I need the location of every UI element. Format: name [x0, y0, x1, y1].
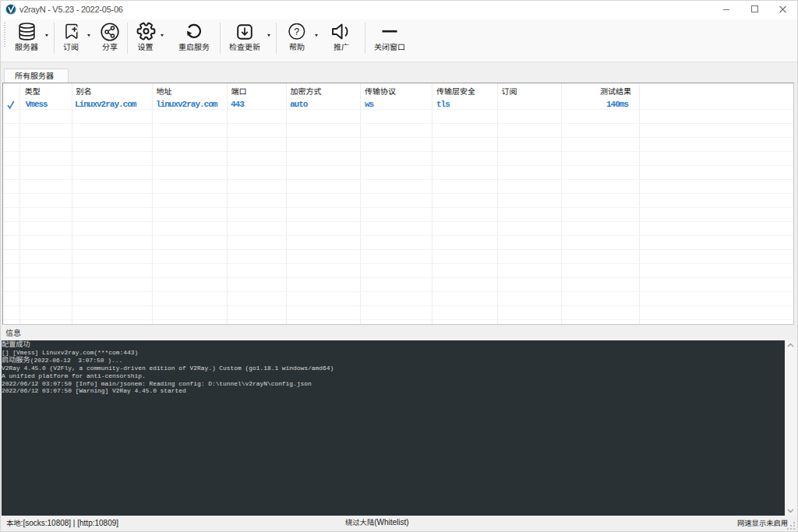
svg-text:?: ?	[294, 26, 299, 37]
